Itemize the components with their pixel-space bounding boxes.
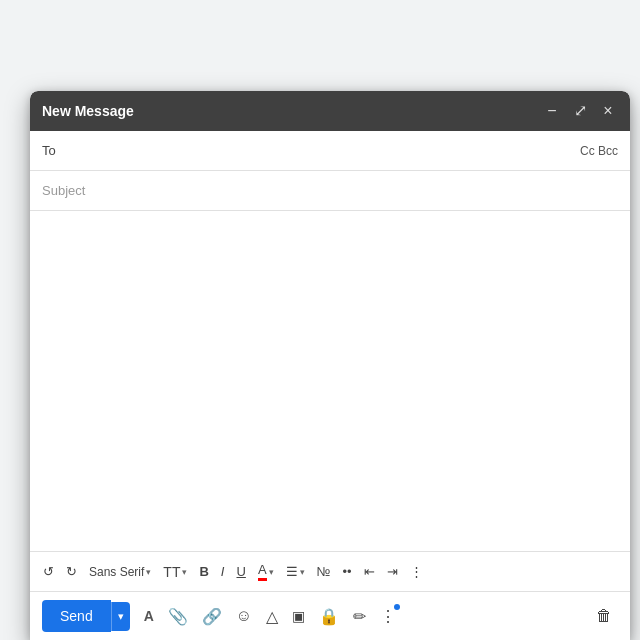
indent-increase-icon: ⇥	[387, 564, 398, 579]
more-options-icon: ⋮	[380, 607, 396, 626]
bullet-list-icon: ••	[343, 564, 352, 579]
font-family-button[interactable]: Sans Serif ▾	[84, 561, 156, 583]
text-color-chevron: ▾	[269, 567, 274, 577]
more-options-button[interactable]: ⋮	[374, 602, 402, 631]
compose-title: New Message	[42, 103, 134, 119]
emoji-icon: ☺	[236, 607, 252, 625]
compose-window: New Message − ⤢ × To Cc Bcc ↺ ↻ Sans Ser…	[30, 91, 630, 640]
underline-icon: U	[236, 564, 245, 579]
minimize-button[interactable]: −	[542, 101, 562, 121]
bold-button[interactable]: B	[194, 560, 213, 583]
bottom-tools: A 📎 🔗 ☺ △ ▣ 🔒 ✏	[138, 602, 402, 631]
indent-decrease-icon: ⇤	[364, 564, 375, 579]
redo-icon: ↻	[66, 564, 77, 579]
to-input[interactable]	[72, 143, 580, 158]
subject-input[interactable]	[42, 183, 618, 198]
indent-decrease-button[interactable]: ⇤	[359, 560, 380, 583]
text-color-icon: A	[258, 562, 267, 581]
compose-body[interactable]	[30, 211, 630, 551]
signature-button[interactable]: ✏	[347, 602, 372, 631]
font-family-chevron: ▾	[146, 567, 151, 577]
undo-button[interactable]: ↺	[38, 560, 59, 583]
notification-dot	[394, 604, 400, 610]
text-formatting-button[interactable]: A	[138, 603, 160, 629]
attach-file-icon: 📎	[168, 607, 188, 626]
toolbar-more-button[interactable]: ⋮	[405, 560, 428, 583]
undo-icon: ↺	[43, 564, 54, 579]
drive-icon: △	[266, 607, 278, 626]
to-label: To	[42, 143, 72, 158]
redo-button[interactable]: ↻	[61, 560, 82, 583]
numbered-list-button[interactable]: №	[312, 560, 336, 583]
discard-button[interactable]: 🗑	[590, 602, 618, 630]
insert-photo-button[interactable]: ▣	[286, 603, 311, 629]
text-formatting-icon: A	[144, 608, 154, 624]
text-color-button[interactable]: A ▾	[253, 558, 279, 585]
italic-icon: I	[221, 564, 225, 579]
align-chevron: ▾	[300, 567, 305, 577]
indent-increase-button[interactable]: ⇥	[382, 560, 403, 583]
titlebar-actions: − ⤢ ×	[542, 101, 618, 121]
lock-icon: 🔒	[319, 607, 339, 626]
compose-titlebar: New Message − ⤢ ×	[30, 91, 630, 131]
attach-file-button[interactable]: 📎	[162, 602, 194, 631]
maximize-button[interactable]: ⤢	[570, 101, 590, 121]
subject-field-row	[30, 171, 630, 211]
google-drive-button[interactable]: △	[260, 602, 284, 631]
align-button[interactable]: ☰ ▾	[281, 560, 310, 583]
bold-icon: B	[199, 564, 208, 579]
italic-button[interactable]: I	[216, 560, 230, 583]
numbered-list-icon: №	[317, 564, 331, 579]
compose-bottombar: Send ▾ A 📎 🔗 ☺ △ ▣	[30, 591, 630, 640]
close-button[interactable]: ×	[598, 101, 618, 121]
font-family-label: Sans Serif	[89, 565, 144, 579]
toolbar-more-icon: ⋮	[410, 564, 423, 579]
to-field-row: To Cc Bcc	[30, 131, 630, 171]
trash-icon: 🗑	[596, 607, 612, 625]
font-size-label: TT	[163, 564, 180, 580]
insert-link-button[interactable]: 🔗	[196, 602, 228, 631]
underline-button[interactable]: U	[231, 560, 250, 583]
confidential-button[interactable]: 🔒	[313, 602, 345, 631]
send-button-group: Send ▾	[42, 600, 130, 632]
insert-link-icon: 🔗	[202, 607, 222, 626]
cc-bcc-link[interactable]: Cc Bcc	[580, 144, 618, 158]
send-dropdown-chevron: ▾	[118, 610, 124, 622]
formatting-toolbar: ↺ ↻ Sans Serif ▾ TT ▾ B I U A ▾ ☰ ▾	[30, 551, 630, 591]
align-icon: ☰	[286, 564, 298, 579]
signature-icon: ✏	[353, 607, 366, 626]
send-button[interactable]: Send	[42, 600, 111, 632]
font-size-button[interactable]: TT ▾	[158, 560, 192, 584]
font-size-chevron: ▾	[182, 567, 187, 577]
photo-icon: ▣	[292, 608, 305, 624]
send-dropdown-button[interactable]: ▾	[111, 602, 130, 631]
bullet-list-button[interactable]: ••	[338, 560, 357, 583]
emoji-button[interactable]: ☺	[230, 602, 258, 630]
